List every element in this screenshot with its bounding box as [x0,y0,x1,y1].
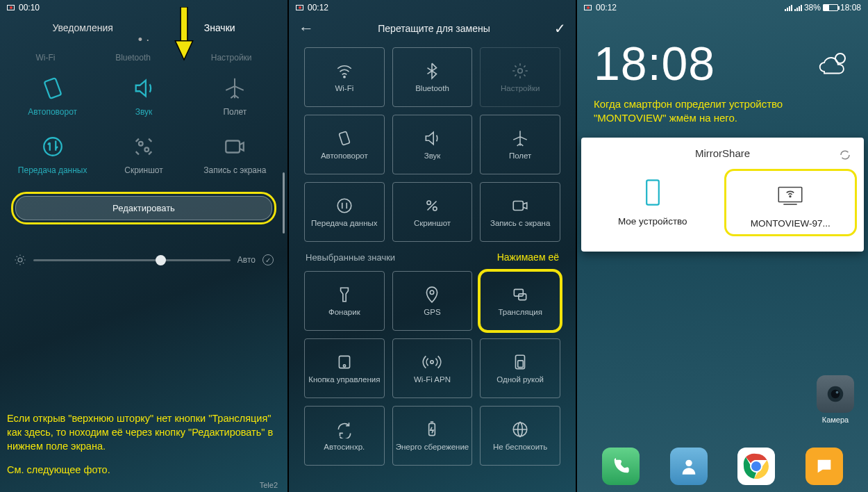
highlight-edit: Редактировать [11,192,276,224]
tab-icons[interactable]: Значки [199,19,241,36]
tab-notifications[interactable]: Уведомления [47,19,119,36]
tile-data[interactable]: Передача данных [304,182,385,242]
status-bar: 00:12 [289,0,576,15]
brightness-thumb[interactable] [156,255,166,265]
screenshot-icon [132,135,156,158]
tile-cast[interactable]: Трансляция [480,271,560,331]
svg-point-32 [836,391,839,394]
confirm-button[interactable]: ✓ [554,20,566,37]
wifi-apn-icon [422,353,442,371]
annotation-arrow-icon [174,7,194,61]
mirrorshare-montoview[interactable]: MONTOVIEW-97... [724,169,858,236]
tile-settings[interactable]: Настройки [480,47,560,107]
toggle-sound[interactable]: Звук [98,76,189,117]
one-hand-icon [510,353,530,371]
signal-icon [785,5,792,11]
svg-rect-27 [779,187,802,202]
svg-point-33 [685,460,692,466]
brightness-track[interactable] [33,259,231,261]
lock-clock: 18:08 [594,36,715,90]
brightness-auto-checkbox[interactable]: ✓ [262,254,274,265]
svg-point-11 [337,199,351,213]
camera-icon [825,384,846,404]
tile-dnd[interactable]: Не беспокоить [480,406,560,466]
status-clock: 18:08 [840,3,861,13]
svg-rect-18 [339,356,349,368]
toggle-screen-record[interactable]: Запись с экрана [190,135,281,175]
svg-rect-6 [226,141,240,153]
svg-point-7 [18,258,22,262]
tile-powersave[interactable]: Энерго сбережение [392,406,473,466]
toggle-auto-rotate[interactable]: Автоповорот [7,76,98,117]
annotation-text-1: Если открыв "верхнюю шторку" нет кнопки … [7,411,281,477]
tile-wifiapn[interactable]: Wi-Fi APN [392,338,473,398]
flashlight-icon [335,286,354,304]
data-transfer-icon [41,135,65,158]
svg-point-15 [431,290,434,294]
tile-wifi[interactable]: Wi-Fi [304,47,385,107]
status-time: 00:12 [596,3,617,13]
section-unselected: Невыбранные значки [306,252,395,263]
screen-record-icon [584,5,592,10]
camera-label: Камера [817,416,854,424]
back-button[interactable]: ← [299,19,314,38]
tile-screenshot[interactable]: Скриншот [392,182,473,242]
airplane-icon [223,76,247,100]
svg-point-31 [831,390,840,399]
toggle-screenshot[interactable]: Скриншот [98,135,189,175]
gps-icon [422,286,442,304]
panel-quick-settings: 00:10 Уведомления Значки • · Wi-Fi Bluet… [0,0,289,492]
status-bar: 00:12 38% 18:08 [577,0,868,15]
tile-flashlight[interactable]: Фонарик [304,271,385,331]
mirrorshare-my-device[interactable]: Мое устройство [588,169,717,236]
status-bar: 00:10 [0,0,287,15]
battery-icon [823,4,838,11]
tile-autosync[interactable]: Автосинхр. [304,406,385,466]
svg-marker-1 [175,41,192,60]
tile-airplane[interactable]: Полет [480,115,560,174]
dock-phone[interactable] [602,448,640,485]
svg-point-19 [343,364,345,366]
svg-rect-22 [518,360,524,367]
auto-rotate-icon [335,129,354,147]
battery-percent: 38% [804,3,821,13]
status-time: 00:10 [19,3,40,13]
dock-chrome[interactable] [737,448,775,485]
tile-onehand[interactable]: Одной рукой [480,338,560,398]
panel-mirrorshare: 00:12 38% 18:08 18:08 Когда смартфон опр… [577,0,868,492]
dock-messages[interactable] [806,448,843,485]
gear-icon [510,62,530,80]
screenshot-icon [422,197,442,215]
svg-point-5 [144,147,149,151]
dock-contacts[interactable] [670,448,708,485]
toggle-airplane[interactable]: Полет [190,76,281,117]
tile-autorotate[interactable]: Автоповорот [304,115,385,174]
refresh-icon[interactable] [839,149,851,161]
carrier-label: Tele2 [260,481,278,489]
brightness-auto-label: Авто [237,255,256,265]
bluetooth-icon [422,62,442,80]
svg-rect-26 [646,180,659,204]
phone-dial-icon [611,457,631,476]
toggle-data[interactable]: Передача данных [7,135,98,175]
svg-point-4 [139,142,143,146]
sound-icon [422,129,442,147]
nav-button-icon [335,353,354,371]
chrome-icon [742,452,770,480]
screen-rec-icon [223,135,247,158]
status-time: 00:12 [308,3,328,13]
power-save-icon [422,420,442,438]
camera-app[interactable]: Камера [817,375,854,424]
tile-screenrec[interactable]: Запись с экрана [480,182,560,242]
tile-sound[interactable]: Звук [392,115,473,174]
tile-navbutton[interactable]: Кнопка управления [304,338,385,398]
tile-gps[interactable]: GPS [392,271,473,331]
cast-icon [510,286,530,304]
edit-button[interactable]: Редактировать [15,196,272,220]
tile-bluetooth[interactable]: Bluetooth [392,47,473,107]
message-icon [815,457,834,476]
mirrorshare-dialog: MirrorShare Мое устройство MONTOVIEW-97.… [581,138,864,252]
sound-icon [132,76,156,100]
svg-point-20 [431,360,433,363]
svg-point-13 [433,206,437,210]
